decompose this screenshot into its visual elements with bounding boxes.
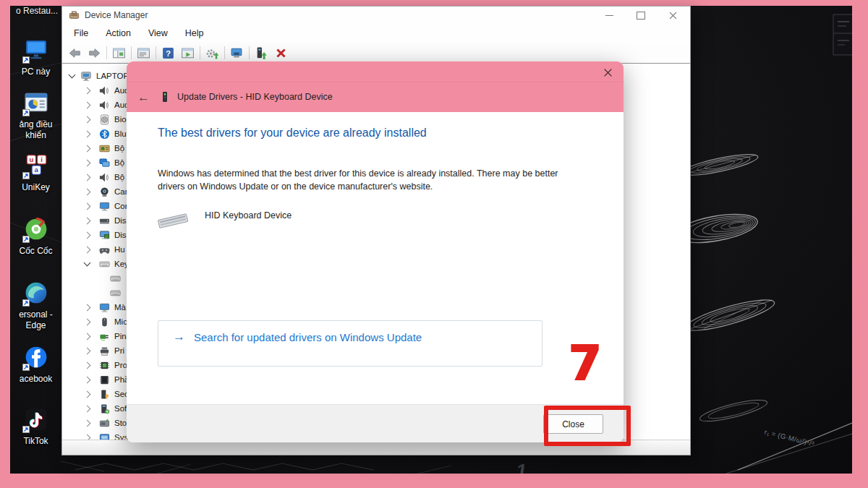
window-title: Device Manager bbox=[85, 10, 148, 20]
desktop-icon-label: acebook bbox=[10, 374, 61, 385]
coc-coc-icon bbox=[24, 217, 48, 244]
security-icon bbox=[99, 389, 110, 403]
desktop-icon-label: ảng điều khiển bbox=[10, 119, 61, 141]
scan-hardware-button[interactable] bbox=[203, 45, 221, 61]
tree-item-label: Cor bbox=[114, 202, 128, 210]
windows-update-link[interactable]: → Search for updated drivers on Windows … bbox=[173, 330, 422, 344]
menu-view[interactable]: View bbox=[140, 26, 176, 40]
windows-update-link-box[interactable]: → Search for updated drivers on Windows … bbox=[158, 320, 542, 367]
chevron-right-icon[interactable] bbox=[84, 131, 91, 138]
chevron-right-icon[interactable] bbox=[84, 420, 91, 427]
desktop-icon-facebook[interactable]: acebook bbox=[10, 345, 61, 385]
chevron-right-icon[interactable] bbox=[84, 348, 91, 355]
chevron-down-icon[interactable] bbox=[84, 260, 91, 267]
desktop-icon-tiktok[interactable]: TikTok bbox=[10, 407, 61, 447]
chevron-right-icon[interactable] bbox=[84, 189, 91, 196]
chevron-right-icon[interactable] bbox=[84, 319, 91, 326]
desktop-icon-label: PC này bbox=[10, 67, 61, 77]
chevron-right-icon[interactable] bbox=[84, 116, 91, 124]
tree-item-label: Dis bbox=[114, 231, 127, 239]
card-icon bbox=[99, 143, 110, 157]
back-arrow-icon[interactable]: ← bbox=[137, 91, 150, 103]
annotation-highlight-rectangle bbox=[544, 406, 631, 446]
chevron-right-icon[interactable] bbox=[84, 304, 91, 312]
chevron-right-icon[interactable] bbox=[84, 391, 91, 398]
help-button[interactable]: ? bbox=[159, 45, 177, 61]
computer-icon bbox=[81, 71, 92, 85]
tree-item-label: LAPTOP bbox=[96, 72, 129, 80]
dialog-body-text: Windows has determined that the best dri… bbox=[158, 167, 563, 193]
desktop-icon-this-pc[interactable]: PC này bbox=[10, 38, 61, 77]
chevron-right-icon[interactable] bbox=[84, 203, 91, 210]
chevron-right-icon[interactable] bbox=[84, 406, 91, 413]
desktop-icon-unikey[interactable]: uiaUniKey bbox=[10, 153, 61, 193]
desktop-icon-label-partial: o Restau... bbox=[16, 6, 58, 16]
chevron-right-icon[interactable] bbox=[84, 362, 91, 369]
camera-icon bbox=[99, 187, 110, 200]
tree-item-label: Pri bbox=[114, 346, 124, 355]
tiktok-icon bbox=[24, 407, 48, 435]
adapters-icon bbox=[99, 158, 110, 171]
chevron-right-icon[interactable] bbox=[84, 333, 91, 341]
minimize-button[interactable] bbox=[593, 7, 625, 24]
chevron-right-icon[interactable] bbox=[84, 145, 91, 153]
display-icon bbox=[99, 230, 110, 244]
device-manager-titlebar[interactable]: Device Manager bbox=[62, 7, 690, 24]
windows-update-link-label: Search for updated drivers on Windows Up… bbox=[194, 331, 422, 343]
wallpaper-info-box bbox=[833, 14, 852, 55]
edge-icon bbox=[24, 281, 48, 308]
chevron-right-icon[interactable] bbox=[84, 218, 91, 225]
control-panel-icon bbox=[24, 90, 48, 118]
chevron-right-icon[interactable] bbox=[84, 102, 91, 109]
tree-item-label: Pin bbox=[114, 332, 127, 341]
device-manager-app-icon bbox=[69, 10, 80, 20]
properties-button[interactable] bbox=[135, 45, 153, 61]
forward-button[interactable] bbox=[85, 45, 103, 61]
desktop-icon-label: TikTok bbox=[10, 436, 61, 447]
facebook-icon bbox=[24, 345, 48, 372]
dialog-close-icon[interactable] bbox=[600, 66, 615, 79]
dialog-titlebar[interactable] bbox=[127, 61, 624, 82]
svg-text:a: a bbox=[34, 166, 38, 174]
chevron-right-icon[interactable] bbox=[84, 377, 91, 384]
chevron-down-icon[interactable] bbox=[69, 72, 76, 79]
wallpaper-formula-text: r₁ = (G·M/ω²)¹/³ bbox=[764, 428, 815, 448]
menu-help[interactable]: Help bbox=[176, 26, 213, 40]
toolbar-separator bbox=[131, 46, 132, 59]
unikey-icon: uia bbox=[24, 153, 48, 181]
monitor-icon bbox=[99, 201, 110, 215]
chevron-right-icon[interactable] bbox=[84, 87, 91, 95]
desktop-icon-control-panel[interactable]: ảng điều khiển bbox=[10, 90, 61, 141]
back-button[interactable] bbox=[66, 45, 84, 61]
gamepad-icon bbox=[99, 244, 110, 258]
svg-text:?: ? bbox=[166, 48, 171, 57]
desktop-icon-coc-coc[interactable]: Cốc Cốc bbox=[10, 217, 61, 257]
fingerprint-icon bbox=[99, 114, 110, 128]
dialog-header-row: ← Update Drivers - HID Keyboard Device bbox=[127, 82, 624, 112]
uninstall-button[interactable] bbox=[272, 45, 290, 61]
menu-action[interactable]: Action bbox=[97, 26, 140, 40]
close-window-button[interactable] bbox=[657, 7, 689, 24]
tree-item-label: Sto bbox=[114, 419, 127, 427]
dialog-title: Update Drivers - HID Keyboard Device bbox=[177, 92, 333, 102]
wallpaper-number-mark: 1 bbox=[515, 460, 529, 474]
remote-desktop-button[interactable] bbox=[228, 45, 246, 61]
desktop-icon-edge[interactable]: ersonal - Edge bbox=[10, 281, 61, 331]
dialog-header-area[interactable]: ← Update Drivers - HID Keyboard Device bbox=[127, 61, 624, 112]
chevron-right-icon[interactable] bbox=[84, 247, 91, 254]
shortcut-arrow-icon bbox=[22, 169, 30, 182]
chevron-right-icon[interactable] bbox=[84, 174, 91, 181]
toolbar-separator bbox=[200, 46, 200, 59]
toolbar-separator bbox=[156, 46, 156, 59]
maximize-button[interactable] bbox=[625, 7, 657, 24]
tree-item-label: Dis bbox=[114, 216, 127, 225]
update-driver-button[interactable] bbox=[252, 45, 271, 61]
toolbar-separator bbox=[249, 46, 250, 59]
shortcut-arrow-icon bbox=[22, 233, 30, 246]
action-pane-button[interactable] bbox=[179, 45, 197, 61]
chevron-right-icon[interactable] bbox=[84, 232, 91, 239]
menu-file[interactable]: File bbox=[65, 26, 97, 40]
shortcut-arrow-icon bbox=[22, 53, 30, 67]
console-tree-button[interactable] bbox=[110, 45, 128, 61]
chevron-right-icon[interactable] bbox=[84, 160, 91, 167]
